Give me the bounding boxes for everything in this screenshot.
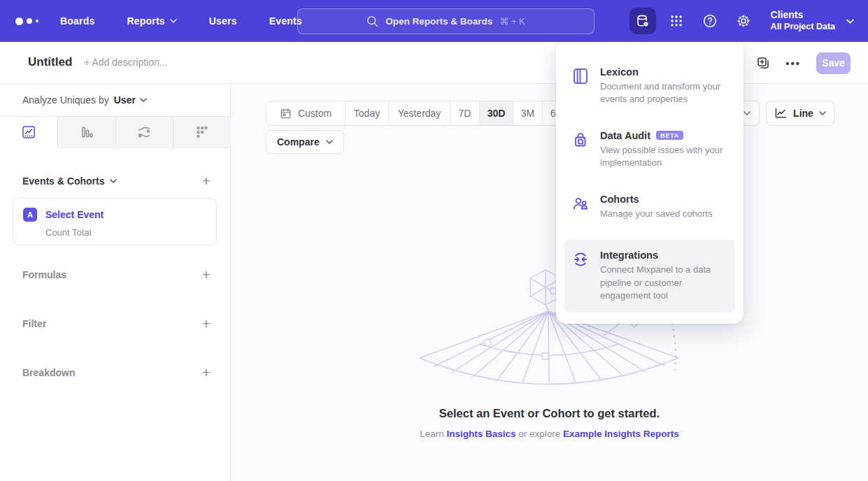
report-title[interactable]: Untitled — [28, 55, 72, 69]
tab-bar-chart[interactable] — [57, 117, 115, 148]
breakdown-section: Breakdown + — [22, 365, 211, 380]
example-insights-reports-link[interactable]: Example Insights Reports — [563, 429, 679, 439]
query-builder-sidebar: Analyze Uniques by User — [0, 84, 231, 481]
date-range-today[interactable]: Today — [345, 101, 388, 125]
line-chart-icon — [774, 108, 788, 119]
date-range-30d[interactable]: 30D — [479, 101, 513, 125]
date-range-label: Today — [354, 108, 380, 119]
nav-item-reports[interactable]: Reports — [127, 15, 176, 27]
date-range-label: 30D — [488, 108, 506, 119]
menu-item-integrations[interactable]: Integrations Connect Mixpanel to a data … — [564, 240, 735, 312]
nav-right-cluster: Clients All Project Data — [629, 0, 868, 42]
analyze-value: User — [114, 94, 136, 106]
events-cohorts-section: Events & Cohorts + — [22, 173, 211, 188]
nav-links: Boards Reports Users Events — [60, 15, 302, 27]
help-button[interactable] — [697, 8, 723, 34]
menu-item-title: Integrations — [600, 250, 658, 261]
top-navigation: Boards Reports Users Events Open Reports… — [0, 0, 868, 42]
empty-state-title: Select an Event or Cohort to get started… — [231, 407, 868, 420]
date-range-label: Yesterday — [398, 108, 441, 119]
date-range-label: 7D — [459, 108, 471, 119]
apps-grid-button[interactable] — [663, 8, 690, 34]
line-chart-tab-icon — [21, 124, 36, 140]
analyze-label: Analyze Uniques by — [22, 94, 109, 106]
add-filter-button[interactable]: + — [202, 316, 211, 331]
calendar-icon — [280, 108, 292, 120]
formulas-title: Formulas — [22, 269, 66, 280]
date-range-custom[interactable]: Custom — [266, 101, 345, 125]
menu-item-cohorts[interactable]: Cohorts Manage your saved cohorts — [556, 187, 744, 227]
project-name: Clients — [771, 9, 835, 22]
learn-prefix: Learn — [420, 429, 446, 439]
settings-button[interactable] — [730, 8, 757, 34]
menu-item-description: Document and transform your events and p… — [600, 80, 725, 106]
chevron-down-icon — [170, 19, 177, 23]
date-range-yesterday[interactable]: Yesterday — [388, 101, 450, 125]
chart-type-label: Line — [793, 108, 813, 119]
data-management-button[interactable] — [629, 8, 656, 34]
chevron-down-icon — [140, 98, 147, 102]
search-shortcut: ⌘ + K — [499, 16, 525, 27]
duplicate-button[interactable] — [756, 56, 770, 70]
more-options-button[interactable]: ••• — [785, 57, 801, 69]
tab-flow-chart[interactable] — [115, 117, 173, 148]
formulas-section: Formulas + — [22, 267, 211, 282]
save-button[interactable]: Save — [816, 52, 851, 74]
report-canvas: Custom Today Yesterday 7D 30D 3M 6M Comp… — [231, 84, 868, 481]
menu-item-title: Data Audit — [600, 130, 650, 141]
menu-item-data-audit[interactable]: Data Audit BETA View possible issues wit… — [556, 123, 744, 177]
global-search-input[interactable]: Open Reports & Boards ⌘ + K — [297, 8, 595, 34]
nav-item-boards[interactable]: Boards — [60, 15, 94, 27]
filter-title: Filter — [22, 318, 46, 329]
apps-grid-icon — [669, 14, 683, 28]
event-count-type[interactable]: Count Total — [45, 227, 206, 238]
nav-item-users[interactable]: Users — [209, 15, 237, 27]
menu-item-description: Connect Mixpanel to a data pipeline or c… — [600, 264, 725, 302]
or-explore-text: or explore — [515, 429, 563, 439]
project-switcher[interactable]: Clients All Project Data — [771, 9, 854, 32]
date-range-7d[interactable]: 7D — [450, 101, 479, 125]
add-formula-button[interactable]: + — [202, 267, 211, 282]
analyze-row: Analyze Uniques by User — [0, 84, 230, 116]
event-query-card[interactable]: A Select Event Count Total — [13, 198, 217, 245]
date-range-3m[interactable]: 3M — [513, 101, 542, 125]
add-breakdown-button[interactable]: + — [202, 365, 211, 380]
cohorts-icon — [571, 194, 590, 213]
database-gear-icon — [635, 13, 650, 29]
empty-state-links: Learn Insights Basics or explore Example… — [231, 429, 868, 439]
tab-metrics-grid[interactable] — [173, 117, 231, 148]
date-range-label: Custom — [298, 108, 332, 119]
beta-badge: BETA — [656, 131, 683, 140]
chart-type-dropdown[interactable]: Line — [766, 101, 834, 126]
help-icon — [702, 13, 718, 29]
menu-item-lexicon[interactable]: Lexicon Document and transform your even… — [556, 59, 744, 113]
metrics-tab-icon — [194, 124, 210, 140]
menu-item-description: View possible issues with your implement… — [600, 144, 725, 170]
nav-item-label: Boards — [60, 15, 94, 27]
compare-dropdown[interactable]: Compare — [266, 130, 344, 154]
header-actions: ••• Save — [756, 42, 851, 84]
chevron-down-icon — [326, 140, 333, 144]
data-audit-icon — [571, 131, 590, 149]
add-event-button[interactable]: + — [202, 173, 211, 188]
chart-type-tabs — [0, 116, 231, 148]
tab-line-chart[interactable] — [0, 117, 57, 148]
nav-item-label: Users — [209, 15, 237, 27]
chevron-down-icon — [110, 179, 117, 183]
integrations-icon — [571, 250, 590, 268]
add-description-field[interactable]: + Add description... — [84, 57, 167, 68]
breakdown-title: Breakdown — [22, 367, 75, 378]
event-letter-badge: A — [23, 208, 37, 222]
events-cohorts-dropdown[interactable]: Events & Cohorts — [22, 175, 117, 187]
search-icon — [367, 15, 378, 27]
mixpanel-logo-icon[interactable] — [15, 17, 49, 25]
insights-basics-link[interactable]: Insights Basics — [446, 429, 515, 439]
menu-item-title: Cohorts — [600, 194, 639, 205]
date-range-label: 3M — [521, 108, 534, 119]
select-event-button[interactable]: Select Event — [45, 209, 104, 220]
menu-item-title: Lexicon — [600, 66, 639, 78]
filter-section: Filter + — [22, 316, 211, 331]
compare-label: Compare — [277, 136, 320, 148]
flow-tab-icon — [136, 124, 152, 140]
analyze-by-dropdown[interactable]: User — [114, 94, 147, 106]
